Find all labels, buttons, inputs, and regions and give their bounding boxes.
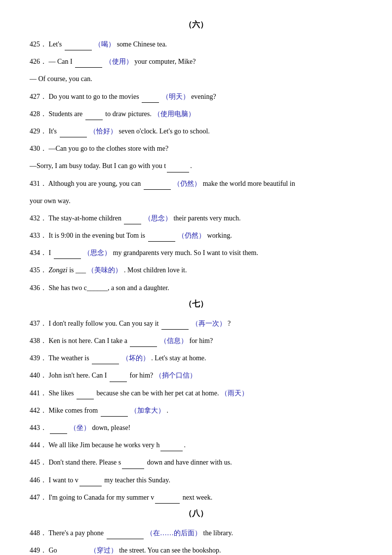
q431-blank [144, 182, 171, 190]
q439-text1: The weather is [48, 354, 89, 362]
q441-text1: She likes [49, 389, 74, 397]
q437-zh: （再一次） [192, 320, 226, 327]
q440-num: 440． [30, 372, 47, 379]
section-title-seven: （七） [30, 299, 362, 309]
q428-blank [85, 112, 103, 120]
question-446: 446． I want to v my teacher this Sunday. [30, 474, 362, 486]
q433-text2: working. [207, 232, 232, 239]
q433-num: 433． [30, 232, 47, 239]
q425-zh: （喝） [94, 41, 115, 48]
question-434: 434． I （思念） my grandparents very much. S… [30, 247, 362, 259]
section-title-eight: （八） [30, 509, 362, 519]
q430-continuation: —Sorry, I am busy today. But I can go wi… [30, 160, 362, 172]
question-440: 440． John isn't here. Can I for him? （捎个… [30, 369, 362, 382]
q425-num: 425． [30, 41, 47, 48]
question-438: 438． Ken is not here. Can I take a （信息） … [30, 335, 362, 347]
q429-zh: （恰好） [89, 128, 117, 135]
q443-zh: （坐） [70, 424, 90, 431]
question-439: 439． The weather is （坏的） . Let's stay at… [30, 352, 362, 364]
q443-num: 443． [30, 424, 47, 431]
q431-text1: Although you are young, you can [48, 180, 141, 187]
q448-text1: There's a pay phone [48, 529, 104, 537]
q432-num: 432． [30, 214, 47, 222]
question-445: 445． Don't stand there. Please s down an… [30, 456, 362, 469]
q445-num: 445． [30, 459, 47, 466]
q445-text1: Don't stand there. Please s [49, 459, 146, 466]
q428-text2: to draw pictures. [105, 110, 152, 118]
section-title-six: （六） [30, 20, 362, 30]
question-425: 425． Let's （喝） some Chinese tea. [30, 38, 362, 50]
q441-zh: （雨天） [221, 389, 248, 397]
q441-text2: because she can be with her pet cat at h… [96, 389, 219, 397]
question-427: 427． Do you want to go to the movies （明天… [30, 90, 362, 103]
q426-blank [75, 60, 102, 68]
q437-text1: I don't really follow you. Can you say i… [49, 320, 159, 327]
q425-blank [65, 43, 92, 50]
q434-blank [54, 251, 81, 259]
question-441: 441． She likes because she can be with h… [30, 387, 362, 399]
q447-num: 447． [30, 494, 47, 501]
q429-num: 429． [30, 128, 47, 135]
q436-text1: She has two c______, a son and a daughte… [49, 284, 169, 292]
question-447: 447． I'm going to Canada for my summer v… [30, 491, 362, 504]
q441-num: 441． [30, 389, 47, 397]
q436-num: 436． [30, 284, 47, 292]
q440-text1: John isn't here. Can I [49, 372, 107, 379]
q439-num: 439． [30, 354, 47, 362]
q442-text1: Mike comes from [49, 407, 98, 414]
q434-num: 434． [30, 249, 47, 256]
q438-text1: Ken is not here. Can I take a [49, 337, 127, 344]
q443-blank [50, 426, 67, 434]
q440-blank [110, 374, 127, 382]
q438-num: 438． [30, 337, 47, 344]
q440-zh: （捎个口信） [155, 372, 196, 379]
q438-text2: for him? [189, 337, 213, 344]
q443-text2: down, please! [92, 424, 131, 431]
q446-text1: I want to v [49, 476, 103, 484]
q434-text2: my grandparents very much. So I want to … [113, 249, 258, 256]
q430-num: 430． [30, 145, 47, 152]
q432-zh: （思念） [144, 214, 172, 222]
q433-text1: It is 9:00 in the evening but Tom is [49, 232, 146, 239]
q448-zh: （在……的后面） [146, 529, 201, 537]
question-448: 448． There's a pay phone （在……的后面） the li… [30, 527, 362, 539]
q426-zh: （使用） [105, 58, 133, 65]
q442-zh: （加拿大） [130, 407, 165, 414]
q425-text1: Let's [49, 41, 62, 48]
q446-num: 446． [30, 476, 47, 484]
q429-text2: seven o'clock. Let's go to school. [119, 128, 210, 135]
q446-text2: my teacher this Sunday. [104, 476, 170, 484]
page-content: （六） 425． Let's （喝） some Chinese tea. 426… [30, 20, 362, 555]
question-436: 436． She has two c______, a son and a da… [30, 282, 362, 294]
q426-text1: — Can I [49, 58, 73, 65]
q439-text2: . Let's stay at home. [151, 354, 206, 362]
q448-blank [107, 531, 144, 539]
q431-zh: （仍然） [173, 180, 201, 187]
q428-zh: （使用电脑） [154, 110, 195, 118]
q432-text1: The stay-at-home children [48, 214, 121, 222]
q435-text2: . Most children love it. [124, 266, 187, 274]
q445-text2: down and have dinner with us. [147, 459, 232, 466]
question-449: 449． Go （穿过） the street. You can see the… [30, 544, 362, 555]
q440-text2: for him? [130, 372, 154, 379]
q427-zh: （明天） [162, 93, 190, 100]
q449-text2: the street. You can see the bookshop. [119, 547, 221, 554]
q432-text2: their parents very much. [173, 214, 240, 222]
question-433: 433． It is 9:00 in the evening but Tom i… [30, 229, 362, 242]
question-444: 444． We all like Jim because he works ve… [30, 439, 362, 451]
q435-zh: （美味的） [87, 266, 122, 274]
q427-num: 427． [30, 93, 47, 100]
q429-text1: It's [49, 128, 57, 135]
q449-blank [60, 549, 87, 555]
q437-num: 437． [30, 320, 47, 327]
q441-blank [77, 391, 94, 399]
question-443: 443． （坐） down, please! [30, 422, 362, 434]
q434-zh: （思念） [83, 249, 111, 256]
q442-blank [101, 409, 128, 417]
q444-num: 444． [30, 441, 47, 449]
q437-text2: ? [228, 320, 231, 327]
question-431: 431． Although you are young, you can （仍然… [30, 177, 362, 190]
question-429: 429． It's （恰好） seven o'clock. Let's go t… [30, 125, 362, 137]
q427-blank [142, 95, 159, 103]
q439-blank [92, 356, 119, 364]
